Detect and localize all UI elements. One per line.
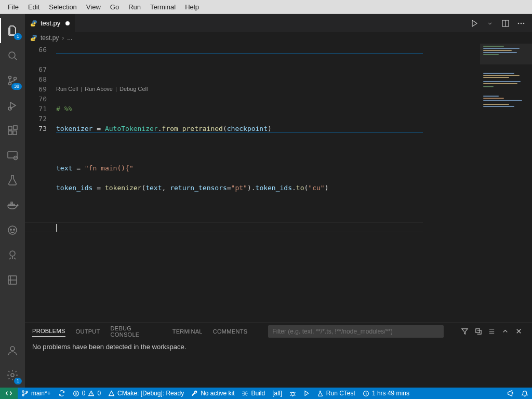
more-actions-button[interactable] — [514, 17, 528, 30]
menu-file[interactable]: File — [3, 3, 23, 11]
beaker-icon — [6, 174, 19, 187]
clock-icon — [363, 390, 369, 397]
error-icon — [73, 390, 79, 397]
notifications-button[interactable] — [517, 388, 532, 399]
activity-accounts[interactable] — [0, 338, 25, 363]
panel-tab-output[interactable]: OUTPUT — [76, 326, 100, 337]
code-content[interactable]: Run Cell | Run Above | Debug Cell # %% t… — [56, 44, 480, 322]
bottom-panel: PROBLEMS OUTPUT DEBUG CONSOLE TERMINAL C… — [25, 322, 532, 388]
activity-docker[interactable] — [0, 193, 25, 218]
view-as-tree-button[interactable] — [485, 325, 498, 338]
bell-icon — [521, 390, 528, 397]
cmake-debug-button[interactable] — [286, 388, 300, 399]
menu-view[interactable]: View — [82, 3, 105, 11]
remote-explorer-icon — [6, 149, 19, 162]
git-sync-status[interactable] — [55, 388, 69, 399]
activity-bar: 1 38 — [0, 14, 25, 388]
sync-icon — [58, 390, 65, 397]
svg-point-23 — [518, 22, 520, 24]
cell-codelens[interactable]: Run Cell | Run Above | Debug Cell — [56, 84, 480, 94]
beaker-icon — [317, 390, 324, 397]
problems-filter-input[interactable] — [268, 325, 444, 338]
copilot-icon — [6, 224, 19, 236]
warning-icon — [88, 390, 95, 397]
panel-tab-terminal[interactable]: TERMINAL — [172, 326, 203, 337]
minimap[interactable] — [480, 44, 532, 322]
editor-tab[interactable]: test.py — [25, 14, 75, 32]
activity-settings[interactable]: 1 — [0, 363, 25, 388]
split-editor-button[interactable] — [499, 17, 512, 30]
wakatime-status[interactable]: 1 hrs 49 mins — [359, 388, 413, 399]
breadcrumb-file: test.py — [41, 34, 59, 42]
activity-explorer[interactable]: 1 — [0, 18, 25, 43]
svg-point-25 — [523, 22, 525, 24]
explorer-badge: 1 — [14, 33, 22, 40]
settings-badge: 1 — [14, 378, 22, 384]
activity-remote-explorer[interactable] — [0, 143, 25, 168]
panel-tab-comments[interactable]: COMMENTS — [213, 326, 248, 337]
gitlens-icon — [6, 249, 19, 261]
menu-terminal[interactable]: Terminal — [145, 3, 180, 11]
python-file-icon — [30, 20, 37, 27]
remote-indicator[interactable] — [0, 388, 18, 399]
panel-maximize-button[interactable] — [499, 325, 511, 338]
svg-point-1 — [9, 76, 11, 79]
svg-rect-8 — [14, 126, 17, 129]
svg-point-21 — [11, 374, 14, 377]
search-icon — [6, 49, 19, 62]
collapse-all-button[interactable] — [472, 325, 484, 338]
activity-extensions[interactable] — [0, 118, 25, 143]
editor-body[interactable]: 66 67 68 69 70 71 72 73 Run Cell | Run A… — [25, 44, 532, 322]
menu-help[interactable]: Help — [180, 3, 204, 11]
cmake-target-status[interactable]: [all] — [269, 388, 286, 399]
tab-bar: test.py — [25, 14, 532, 32]
activity-testing[interactable] — [0, 168, 25, 193]
panel-tab-problems[interactable]: PROBLEMS — [32, 326, 65, 337]
menu-selection[interactable]: Selection — [44, 3, 81, 11]
svg-rect-9 — [8, 152, 17, 158]
tab-actions — [468, 14, 532, 32]
activity-source-control[interactable]: 38 — [0, 68, 25, 93]
cmake-launch-button[interactable] — [300, 388, 313, 399]
activity-gitlens[interactable] — [0, 243, 25, 268]
activity-search[interactable] — [0, 43, 25, 68]
filter-icon[interactable] — [458, 325, 471, 338]
svg-rect-26 — [475, 329, 480, 333]
panel-tab-debug-console[interactable]: DEBUG CONSOLE — [111, 323, 162, 340]
cmake-ctest-status[interactable]: Run CTest — [313, 388, 359, 399]
svg-point-31 — [244, 392, 246, 394]
problems-status[interactable]: 0 0 — [69, 388, 104, 399]
debug-icon — [6, 99, 19, 112]
svg-point-3 — [14, 77, 17, 80]
panel-tabs: PROBLEMS OUTPUT DEBUG CONSOLE TERMINAL C… — [25, 323, 532, 340]
svg-point-24 — [521, 22, 522, 24]
run-python-button[interactable] — [468, 17, 481, 30]
play-icon — [303, 390, 310, 396]
feedback-button[interactable] — [503, 388, 517, 399]
activity-copilot[interactable] — [0, 218, 25, 243]
menu-edit[interactable]: Edit — [23, 3, 44, 11]
triangle-icon — [108, 390, 115, 397]
svg-rect-14 — [11, 202, 12, 204]
svg-point-27 — [22, 391, 24, 392]
text-cursor — [56, 224, 57, 232]
svg-point-15 — [8, 226, 17, 234]
cmake-kit-status[interactable]: No active kit — [188, 388, 238, 399]
breadcrumb[interactable]: test.py › ... — [25, 32, 532, 44]
breadcrumb-symbol: ... — [67, 34, 72, 42]
activity-run-debug[interactable] — [0, 93, 25, 118]
docker-icon — [6, 199, 19, 211]
branch-icon — [21, 390, 29, 397]
tab-dirty-indicator — [65, 21, 70, 25]
cmake-build-status[interactable]: Build — [238, 388, 269, 399]
editor-area: test.py test.py › ... 66 67 — [25, 14, 532, 388]
svg-point-0 — [9, 52, 15, 58]
git-branch-status[interactable]: main*+ — [18, 388, 55, 399]
cmake-status[interactable]: CMake: [Debug]: Ready — [104, 388, 188, 399]
activity-project[interactable] — [0, 268, 25, 292]
remote-icon — [5, 390, 12, 397]
run-dropdown-button[interactable] — [483, 17, 497, 30]
menu-go[interactable]: Go — [105, 3, 124, 11]
menu-run[interactable]: Run — [124, 3, 145, 11]
panel-close-button[interactable] — [512, 325, 525, 338]
